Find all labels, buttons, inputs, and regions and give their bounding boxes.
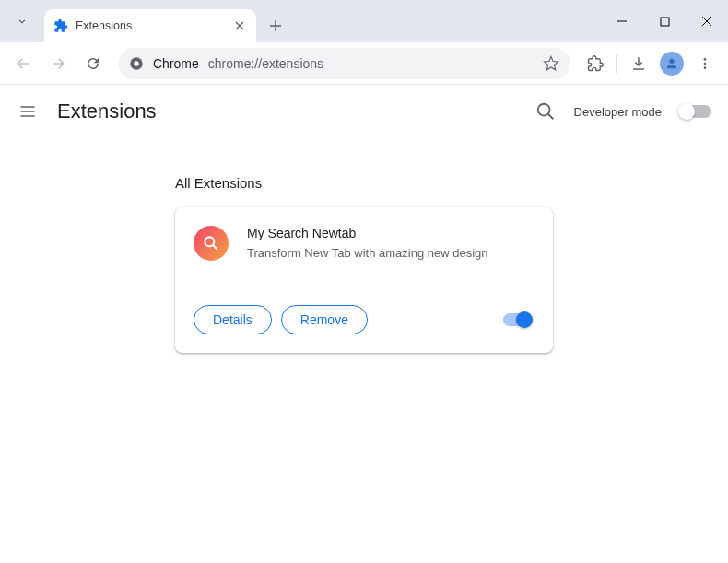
window-controls [601,0,728,42]
svg-point-2 [134,61,138,65]
svg-point-6 [704,66,707,69]
separator [616,54,617,73]
url-text: chrome://extensions [208,56,534,71]
arrow-left-icon [15,55,31,72]
kebab-icon [698,56,712,71]
puzzle-piece-icon [53,18,68,33]
menu-button[interactable] [689,48,721,79]
svg-point-3 [669,58,674,63]
download-icon [630,55,647,72]
avatar-icon [660,52,684,76]
details-button[interactable]: Details [194,305,272,334]
svg-rect-0 [661,18,669,26]
chevron-down-icon [16,15,29,28]
origin-label: Chrome [153,56,199,71]
plus-icon [269,19,282,32]
extension-description: Transform New Tab with amazing new desig… [247,246,488,260]
window-titlebar: Extensions [0,0,728,42]
back-button[interactable] [7,48,39,79]
page-title: Extensions [57,100,157,123]
developer-mode-toggle[interactable] [680,105,711,118]
chrome-icon [129,56,144,71]
browser-tab[interactable]: Extensions [44,9,256,42]
address-bar[interactable]: Chrome chrome://extensions [118,48,570,79]
svg-point-4 [704,58,707,61]
arrow-right-icon [50,55,66,72]
puzzle-piece-icon [587,55,604,72]
developer-mode-label: Developer mode [574,105,662,119]
extensions-button[interactable] [580,48,611,79]
search-icon [535,101,556,122]
downloads-button[interactable] [623,48,654,79]
tab-search-button[interactable] [0,0,44,42]
browser-toolbar: Chrome chrome://extensions [0,42,728,85]
main-menu-button[interactable] [17,100,39,123]
extension-enable-toggle[interactable] [503,313,531,326]
close-icon [235,21,244,30]
svg-point-5 [704,62,707,65]
svg-point-7 [537,104,549,116]
hamburger-icon [18,102,37,121]
tab-title: Extensions [76,19,225,32]
minimize-button[interactable] [601,0,643,42]
close-window-button[interactable] [686,0,728,42]
tab-close-button[interactable] [232,18,247,33]
minimize-icon [616,16,628,27]
magnifier-icon [202,234,220,252]
extensions-header: Extensions Developer mode [0,85,728,138]
extensions-content: All Extensions My Search Newtab Transfor… [0,138,728,353]
new-tab-button[interactable] [262,12,289,40]
forward-button[interactable] [42,48,74,79]
search-extensions-button[interactable] [535,101,556,122]
close-icon [701,16,712,27]
extension-name: My Search Newtab [247,226,488,240]
profile-button[interactable] [656,48,687,79]
section-title: All Extensions [175,175,728,191]
maximize-icon [660,17,670,27]
extension-icon [194,226,229,261]
reload-icon [85,55,101,72]
maximize-button[interactable] [643,0,686,42]
extension-card: My Search Newtab Transform New Tab with … [175,207,553,353]
reload-button[interactable] [77,48,109,79]
star-icon[interactable] [543,55,559,72]
remove-button[interactable]: Remove [281,305,368,334]
